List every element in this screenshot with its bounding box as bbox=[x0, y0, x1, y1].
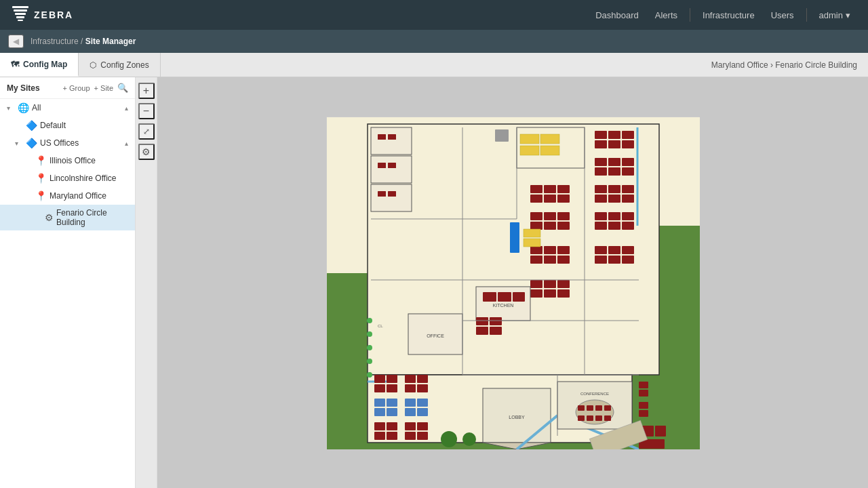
svg-rect-69 bbox=[608, 256, 620, 264]
svg-rect-63 bbox=[544, 256, 556, 264]
svg-rect-68 bbox=[595, 256, 607, 264]
svg-rect-96 bbox=[378, 163, 386, 168]
svg-rect-60 bbox=[544, 246, 556, 254]
tree-item-illinois[interactable]: 📍 Illinois Office bbox=[0, 152, 135, 169]
svg-rect-95 bbox=[388, 134, 396, 140]
top-nav-right: Dashboard Alerts Infrastructure Users ad… bbox=[589, 7, 857, 23]
svg-rect-31 bbox=[622, 158, 634, 166]
svg-rect-44 bbox=[530, 195, 542, 203]
svg-rect-0 bbox=[12, 6, 28, 8]
svg-rect-113 bbox=[387, 375, 397, 383]
search-icon[interactable]: 🔍 bbox=[117, 83, 128, 93]
tree-item-fenario[interactable]: ⚙ Fenario Circle Building bbox=[0, 205, 135, 230]
svg-rect-120 bbox=[374, 399, 385, 407]
svg-rect-109 bbox=[587, 415, 593, 421]
svg-rect-55 bbox=[557, 212, 570, 220]
sidebar: My Sites + Group + Site 🔍 ▾ 🌐 All ▴ 🔷 De… bbox=[0, 77, 136, 488]
svg-rect-33 bbox=[608, 167, 620, 176]
settings-button[interactable]: ⚙ bbox=[138, 144, 155, 160]
add-group-button[interactable]: + Group bbox=[63, 84, 90, 92]
zoom-out-button[interactable]: − bbox=[138, 103, 155, 119]
svg-rect-2 bbox=[15, 13, 26, 15]
svg-rect-37 bbox=[622, 185, 634, 193]
svg-rect-116 bbox=[405, 375, 416, 383]
tabs: 🗺 Config Map ⬡ Config Zones bbox=[0, 53, 161, 77]
tree-item-maryland[interactable]: 📍 Maryland Office bbox=[0, 187, 135, 205]
svg-rect-54 bbox=[544, 212, 556, 220]
svg-rect-84 bbox=[513, 292, 525, 302]
svg-rect-90 bbox=[490, 327, 502, 335]
svg-rect-94 bbox=[378, 134, 386, 140]
svg-rect-56 bbox=[530, 222, 542, 230]
tree-item-lincolnshire[interactable]: 📍 Lincolnshire Office bbox=[0, 169, 135, 187]
svg-point-148 bbox=[367, 359, 372, 364]
svg-rect-138 bbox=[639, 402, 648, 409]
svg-rect-133 bbox=[417, 422, 428, 430]
svg-rect-61 bbox=[557, 246, 570, 254]
svg-rect-58 bbox=[557, 222, 570, 230]
tree-item-default[interactable]: 🔷 Default bbox=[0, 117, 135, 134]
svg-rect-130 bbox=[374, 432, 385, 440]
svg-rect-119 bbox=[417, 384, 428, 392]
svg-rect-42 bbox=[544, 185, 556, 193]
svg-rect-92 bbox=[371, 156, 412, 183]
brand-logo: ZEBRA bbox=[11, 3, 73, 26]
svg-rect-20 bbox=[540, 134, 559, 144]
svg-rect-78 bbox=[524, 229, 540, 237]
tree-item-us-offices[interactable]: ▾ 🔷 US Offices ▴ bbox=[0, 134, 135, 152]
tab-config-zones[interactable]: ⬡ Config Zones bbox=[79, 53, 160, 77]
chevron-icon: ▾ bbox=[7, 104, 15, 112]
svg-rect-34 bbox=[622, 167, 634, 176]
svg-rect-73 bbox=[557, 280, 570, 288]
zoom-in-button[interactable]: + bbox=[138, 83, 155, 99]
svg-point-143 bbox=[441, 431, 457, 447]
svg-rect-72 bbox=[544, 280, 556, 288]
svg-rect-27 bbox=[608, 140, 620, 148]
svg-point-149 bbox=[367, 372, 372, 378]
collapse-us-icon: ▴ bbox=[125, 140, 128, 147]
svg-rect-38 bbox=[595, 195, 607, 203]
collapse-all-icon: ▴ bbox=[125, 104, 128, 112]
svg-rect-124 bbox=[405, 399, 416, 407]
tree-item-all[interactable]: ▾ 🌐 All ▴ bbox=[0, 99, 135, 117]
lincolnshire-pin-icon: 📍 bbox=[35, 173, 47, 184]
svg-rect-62 bbox=[530, 256, 542, 264]
top-nav: ZEBRA Dashboard Alerts Infrastructure Us… bbox=[0, 0, 868, 30]
svg-rect-82 bbox=[483, 292, 496, 302]
users-link[interactable]: Users bbox=[764, 7, 801, 23]
svg-rect-21 bbox=[520, 146, 539, 155]
svg-rect-29 bbox=[595, 158, 607, 166]
dashboard-link[interactable]: Dashboard bbox=[589, 7, 646, 23]
svg-rect-22 bbox=[540, 146, 559, 155]
svg-rect-23 bbox=[595, 131, 607, 139]
fit-screen-button[interactable]: ⤢ bbox=[138, 123, 155, 140]
tab-config-map[interactable]: 🗺 Config Map bbox=[0, 53, 79, 77]
svg-rect-118 bbox=[405, 384, 416, 392]
floor-plan[interactable]: LOBBY LAB bbox=[326, 117, 699, 449]
svg-rect-47 bbox=[595, 212, 607, 220]
svg-rect-104 bbox=[578, 405, 585, 411]
svg-rect-24 bbox=[608, 131, 620, 139]
admin-button[interactable]: admin ▾ bbox=[812, 7, 857, 23]
svg-rect-50 bbox=[595, 222, 607, 230]
svg-rect-127 bbox=[417, 408, 428, 416]
add-site-button[interactable]: + Site bbox=[94, 84, 113, 92]
svg-rect-30 bbox=[608, 158, 620, 166]
svg-rect-110 bbox=[595, 415, 602, 421]
zebra-icon bbox=[11, 3, 30, 26]
svg-rect-117 bbox=[417, 375, 428, 383]
illinois-pin-icon: 📍 bbox=[35, 155, 47, 166]
alerts-link[interactable]: Alerts bbox=[648, 7, 684, 23]
infrastructure-link[interactable]: Infrastructure bbox=[696, 7, 762, 23]
svg-rect-25 bbox=[622, 131, 634, 139]
svg-rect-26 bbox=[595, 140, 607, 148]
svg-rect-88 bbox=[490, 317, 502, 325]
svg-text:LOBBY: LOBBY bbox=[509, 415, 525, 420]
svg-rect-4 bbox=[18, 20, 23, 21]
svg-rect-97 bbox=[388, 163, 396, 168]
svg-rect-70 bbox=[622, 256, 634, 264]
svg-point-144 bbox=[462, 432, 476, 446]
back-button[interactable]: ◀ bbox=[8, 35, 24, 48]
svg-rect-137 bbox=[639, 390, 648, 396]
svg-rect-65 bbox=[595, 246, 607, 254]
